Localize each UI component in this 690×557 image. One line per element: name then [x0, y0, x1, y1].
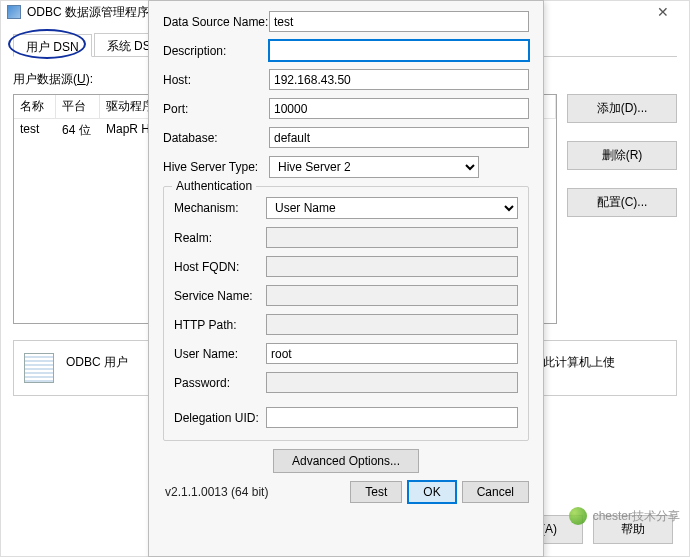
app-icon	[7, 5, 21, 19]
delegation-uid-label: Delegation UID:	[174, 411, 266, 425]
authentication-group: Authentication Mechanism: User Name Real…	[163, 186, 529, 441]
configure-button[interactable]: 配置(C)...	[567, 188, 677, 217]
description-input[interactable]	[269, 40, 529, 61]
description-label: Description:	[163, 44, 269, 58]
delegation-uid-input[interactable]	[266, 407, 518, 428]
delete-button[interactable]: 删除(R)	[567, 141, 677, 170]
mechanism-select[interactable]: User Name	[266, 197, 518, 219]
version-label: v2.1.1.0013 (64 bit)	[165, 485, 344, 499]
port-input[interactable]	[269, 98, 529, 119]
hive-server-type-label: Hive Server Type:	[163, 160, 269, 174]
dsn-input[interactable]	[269, 11, 529, 32]
auth-legend: Authentication	[172, 179, 256, 193]
database-input[interactable]	[269, 127, 529, 148]
service-name-label: Service Name:	[174, 289, 266, 303]
dsn-config-dialog: Data Source Name: Description: Host: Por…	[148, 0, 544, 557]
watermark-text: chester技术分享	[593, 508, 680, 525]
http-path-input	[266, 314, 518, 335]
password-input	[266, 372, 518, 393]
mechanism-label: Mechanism:	[174, 201, 266, 215]
dsn-label: Data Source Name:	[163, 15, 269, 29]
ok-button[interactable]: OK	[408, 481, 455, 503]
host-fqdn-label: Host FQDN:	[174, 260, 266, 274]
hive-server-type-select[interactable]: Hive Server 2	[269, 156, 479, 178]
cell-name: test	[14, 119, 56, 142]
realm-input	[266, 227, 518, 248]
realm-label: Realm:	[174, 231, 266, 245]
tab-label: 用户 DSN	[26, 40, 79, 54]
http-path-label: HTTP Path:	[174, 318, 266, 332]
window-title: ODBC 数据源管理程序	[27, 4, 149, 21]
user-name-input[interactable]	[266, 343, 518, 364]
port-label: Port:	[163, 102, 269, 116]
cell-platform: 64 位	[56, 119, 100, 142]
watermark: chester技术分享	[569, 507, 680, 525]
cancel-button[interactable]: Cancel	[462, 481, 529, 503]
host-fqdn-input	[266, 256, 518, 277]
user-name-label: User Name:	[174, 347, 266, 361]
database-label: Database:	[163, 131, 269, 145]
test-button[interactable]: Test	[350, 481, 402, 503]
host-input[interactable]	[269, 69, 529, 90]
th-platform[interactable]: 平台	[56, 95, 100, 118]
host-label: Host:	[163, 73, 269, 87]
th-name[interactable]: 名称	[14, 95, 56, 118]
service-name-input	[266, 285, 518, 306]
close-icon[interactable]: ✕	[643, 2, 683, 22]
info-icon	[24, 353, 54, 383]
advanced-options-button[interactable]: Advanced Options...	[273, 449, 419, 473]
add-button[interactable]: 添加(D)...	[567, 94, 677, 123]
tab-user-dsn[interactable]: 用户 DSN	[13, 34, 92, 57]
password-label: Password:	[174, 376, 266, 390]
wechat-icon	[569, 507, 587, 525]
